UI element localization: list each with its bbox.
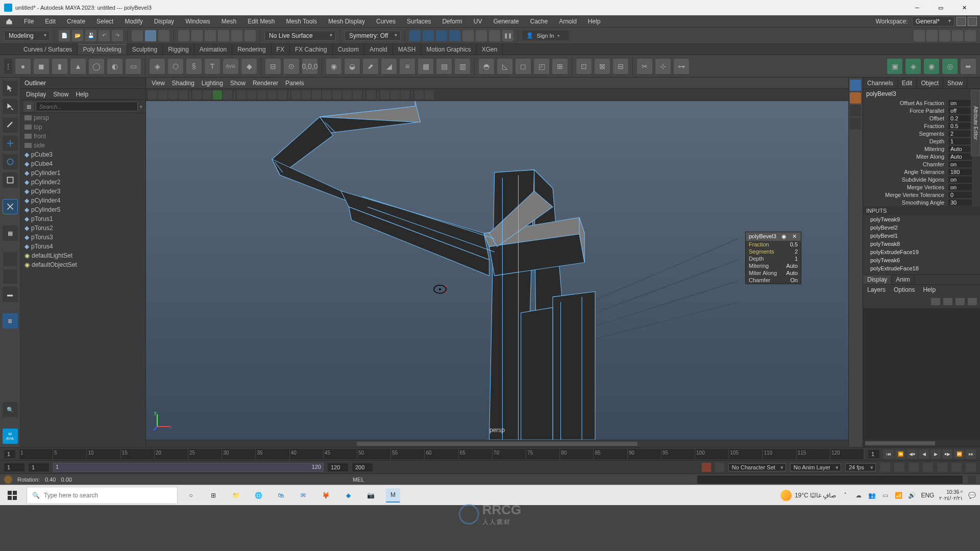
snap3-icon[interactable] xyxy=(205,30,216,41)
r2-icon[interactable]: ◈ xyxy=(905,59,921,74)
shelf-tab-sculpt[interactable]: Sculpting xyxy=(127,44,163,55)
popup-row[interactable]: Fraction0.5 xyxy=(746,241,801,248)
save-icon[interactable]: 💾 xyxy=(85,30,96,41)
home-icon[interactable] xyxy=(0,15,18,27)
cb-attr-row[interactable]: Chamferon xyxy=(863,160,980,168)
symmetry-selector[interactable]: Symmetry: Off xyxy=(345,31,401,41)
outliner-item[interactable]: ◆pTorus1 xyxy=(20,214,145,223)
menu-help[interactable]: Help xyxy=(582,15,606,27)
menu-display[interactable]: Display xyxy=(149,15,180,27)
lasso-tool-icon[interactable] xyxy=(3,99,18,114)
cb-layers-menu[interactable]: Layers xyxy=(863,285,890,295)
shelf-tab-mash[interactable]: MASH xyxy=(393,44,422,55)
cb-tab-edit[interactable]: Edit xyxy=(898,78,917,88)
r-e6-icon[interactable] xyxy=(951,463,962,472)
command-line-input[interactable] xyxy=(697,475,963,484)
tray-volume-icon[interactable]: 🔊 xyxy=(908,491,916,499)
cb-attr-row[interactable]: Force Paralleloff xyxy=(863,107,980,114)
extrude-icon[interactable]: ⬈ xyxy=(363,59,378,74)
popup-row[interactable]: Miter AlongAuto xyxy=(746,269,801,277)
cb-input-node[interactable]: polyExtrudeFace19 xyxy=(863,248,980,256)
cb-attr-row[interactable]: Segments2 xyxy=(863,130,980,137)
layout-single-icon[interactable]: ▬ xyxy=(3,287,18,302)
disc-icon[interactable]: ◐ xyxy=(107,59,122,74)
shelf-tab-fxcache[interactable]: FX Caching xyxy=(290,44,333,55)
cb-input-node[interactable]: polyBevel1 xyxy=(863,232,980,240)
shelf-tab-poly[interactable]: Poly Modeling xyxy=(78,44,127,55)
vi-4[interactable] xyxy=(179,90,188,99)
vi-10[interactable] xyxy=(247,90,256,99)
vi-12[interactable] xyxy=(267,90,277,99)
vm-panels[interactable]: Panels xyxy=(282,80,308,87)
tb-mail-icon[interactable]: ✉ xyxy=(296,488,310,503)
cb-display-tab[interactable]: Display xyxy=(863,275,892,284)
range-e[interactable]: 120 xyxy=(328,463,348,471)
setkey-icon[interactable] xyxy=(715,463,724,472)
shelf-tab-mograph[interactable]: Motion Graphics xyxy=(421,44,476,55)
tb-cortana-icon[interactable]: ○ xyxy=(184,488,198,503)
vi-17[interactable] xyxy=(322,90,331,99)
live-surface-selector[interactable]: No Live Surface xyxy=(264,31,336,41)
tray-teams-icon[interactable]: 👥 xyxy=(868,491,876,499)
vi-19[interactable] xyxy=(342,90,352,99)
popup-row[interactable]: Depth1 xyxy=(746,255,801,262)
search-tool-icon[interactable]: 🔍 xyxy=(3,402,18,417)
outliner-item[interactable]: ◆pCylinder5 xyxy=(20,205,145,214)
smooth-icon[interactable]: ◓ xyxy=(479,59,494,74)
outliner-item[interactable]: ◆pTorus4 xyxy=(20,242,145,251)
mode-selector[interactable]: Modeling xyxy=(4,31,50,41)
circularize-icon[interactable]: ◉ xyxy=(326,59,341,74)
layout3-icon[interactable] xyxy=(939,30,950,41)
layout1-icon[interactable] xyxy=(914,30,925,41)
tray-up-icon[interactable]: ˄ xyxy=(841,491,849,499)
outliner-item[interactable]: ◉defaultObjectSet xyxy=(20,260,145,269)
cone-icon[interactable]: ▲ xyxy=(70,59,86,74)
bevel-icon[interactable]: ◢ xyxy=(381,59,397,74)
tray-wifi-icon[interactable]: 📶 xyxy=(894,491,902,499)
attr-editor-tab[interactable]: Attribute Editor xyxy=(971,90,980,156)
cb-attr-row[interactable]: MiteringAuto xyxy=(863,145,980,153)
ts-track[interactable]: 1510152025303540455055606570758085909510… xyxy=(19,449,864,459)
tb-maya-icon[interactable]: M xyxy=(386,488,400,503)
outliner-item[interactable]: front xyxy=(20,132,145,141)
vr-4[interactable] xyxy=(850,118,861,129)
r3-icon[interactable]: ◉ xyxy=(924,59,939,74)
cylinder-icon[interactable]: ▮ xyxy=(52,59,67,74)
combine-icon[interactable]: 0,0,0 xyxy=(302,59,317,74)
ts-current-start[interactable]: 1 xyxy=(4,450,15,458)
grp3-icon[interactable] xyxy=(436,30,447,41)
layout1-tool-icon[interactable]: ▦ xyxy=(3,226,18,241)
layer-t3-icon[interactable] xyxy=(955,298,965,305)
menu-edit[interactable]: Edit xyxy=(39,15,61,27)
append-icon[interactable]: ▤ xyxy=(436,59,452,74)
cb-input-node[interactable]: polyBevel2 xyxy=(863,223,980,232)
fill-icon[interactable]: ▦ xyxy=(418,59,433,74)
vi-2[interactable] xyxy=(158,90,167,99)
menu-surfaces[interactable]: Surfaces xyxy=(401,15,436,27)
r-e7-icon[interactable] xyxy=(966,463,976,472)
vi-15[interactable] xyxy=(302,90,311,99)
cb-tab-channels[interactable]: Channels xyxy=(863,78,898,88)
layout5-icon[interactable] xyxy=(965,30,976,41)
cb-attr-row[interactable]: Merge Vertex Tolerance0 xyxy=(863,191,980,198)
vi-18[interactable] xyxy=(332,90,341,99)
menu-deform[interactable]: Deform xyxy=(436,15,468,27)
cb-input-node[interactable]: polyTweak9 xyxy=(863,215,980,223)
sel1-icon[interactable] xyxy=(132,30,143,41)
grp1-icon[interactable] xyxy=(409,30,421,41)
vr-1[interactable] xyxy=(850,80,861,91)
cb-attr-row[interactable]: Merge Verticeson xyxy=(863,183,980,191)
vi-22[interactable] xyxy=(380,90,389,99)
quad-icon[interactable]: ◻ xyxy=(516,59,531,74)
boolean-icon[interactable]: ◒ xyxy=(345,59,360,74)
autokey-icon[interactable] xyxy=(702,463,711,472)
outliner-filter-icon[interactable]: ⊞ xyxy=(23,102,34,112)
popup-close-icon[interactable]: ✕ xyxy=(792,233,798,240)
tray-meet-icon[interactable]: ▭ xyxy=(881,491,889,499)
outliner-item[interactable]: ◆pCylinder1 xyxy=(20,168,145,178)
outliner-item[interactable]: ◆pCylinder4 xyxy=(20,196,145,205)
fps-selector[interactable]: 24 fps xyxy=(845,463,876,471)
vi-5[interactable] xyxy=(192,90,202,99)
mirror-icon[interactable]: ⊟ xyxy=(265,59,281,74)
outliner-item[interactable]: persp xyxy=(20,113,145,122)
